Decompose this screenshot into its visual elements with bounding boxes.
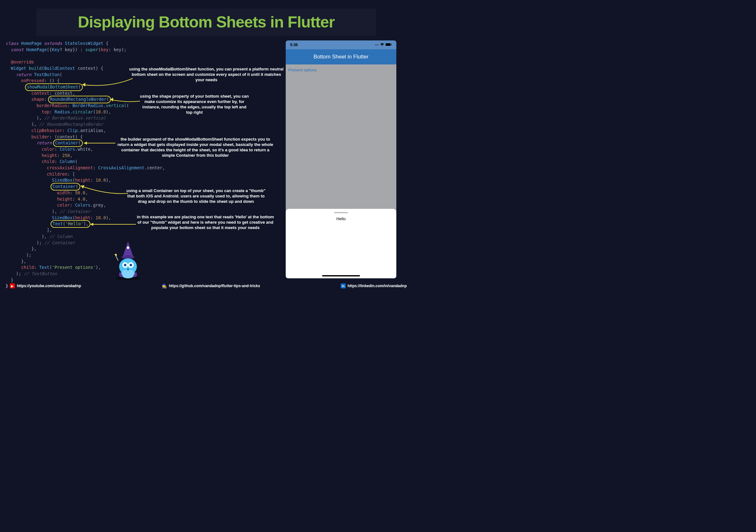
type-borderradius: BorderRadius: [72, 103, 103, 108]
highlight-text: Text('Hello'),: [51, 220, 91, 228]
linkedin-icon: in: [341, 283, 346, 288]
type-sizedbox2: SizedBox: [52, 215, 72, 220]
mascot-image: [114, 240, 142, 281]
wifi-icon: [380, 43, 384, 47]
param-color2: color: [57, 202, 70, 207]
title-bar: Displaying Bottom Sheets in Flutter: [36, 9, 376, 36]
phone-time: 5:36: [290, 43, 298, 47]
home-indicator: [322, 275, 360, 277]
github-link: https://github.com/vandadnp/flutter-tips…: [169, 284, 260, 288]
type-radius: Radius: [54, 109, 70, 114]
comment-container2: // Container: [44, 240, 75, 245]
param-borderradius: borderRadius: [37, 103, 68, 108]
arg-key: key: [114, 47, 121, 52]
arg-context: context: [54, 91, 72, 96]
val-grey: grey: [93, 202, 103, 207]
type-buildcontext: BuildContext: [44, 66, 75, 71]
annotation-2: using the shape property of your bottom …: [139, 93, 250, 115]
highlight-container1: Container(: [53, 139, 83, 147]
footer-linkedin[interactable]: in https://linkedin.com/in/vandadnp: [341, 283, 407, 288]
kw-const: const: [11, 47, 24, 52]
type-text: Text: [52, 221, 63, 226]
youtube-link: https://youtube.com/user/vandadnp: [17, 284, 81, 288]
comment-container: // Container: [60, 209, 91, 214]
type-colors: Colors: [60, 146, 75, 152]
param-context2: context: [31, 91, 49, 96]
val-antialias: antiAlias: [80, 128, 103, 133]
num-10b: 10.0: [96, 177, 106, 183]
param-top: top: [42, 109, 49, 114]
svg-rect-6: [391, 44, 392, 45]
comment-rrb: // RoundedRectangleBorder: [39, 121, 103, 127]
comment-column: // Column: [49, 234, 72, 239]
phone-appbar-title: Bottom Sheet in Flutter: [313, 54, 368, 60]
param-height4: height: [75, 215, 91, 220]
val-center: center: [147, 165, 162, 170]
param-height2: height: [75, 177, 91, 183]
cellular-icon: ⋯: [375, 43, 379, 47]
param-child: child: [42, 159, 55, 164]
num-10c: 10.0: [96, 215, 106, 220]
footer-github[interactable]: 🧙 https://github.com/vandadnp/flutter-ti…: [161, 283, 260, 288]
fn-vertical: vertical: [106, 103, 126, 108]
battery-icon: [386, 43, 392, 47]
param-height: height: [42, 153, 57, 158]
closure-context: context: [57, 134, 75, 139]
param-builder: builder: [31, 134, 49, 139]
type-widget: Widget: [11, 66, 26, 71]
num-50: 50.0: [75, 190, 85, 195]
num-250: 250: [62, 153, 70, 158]
youtube-icon: ▶: [10, 283, 15, 288]
fn-build: build: [29, 66, 42, 71]
param-shape: shape: [31, 97, 44, 102]
annotation-4: using a small Container on top of your s…: [126, 188, 265, 204]
comment-textbutton: // TextButton: [24, 271, 57, 276]
fn-circular: circular: [72, 109, 93, 114]
param-child2: child: [21, 265, 34, 270]
sheet-thumb[interactable]: [334, 212, 348, 213]
type-colors2: Colors: [75, 202, 91, 207]
linkedin-link: https://linkedin.com/in/vandadnp: [348, 284, 407, 288]
type-column: Column: [60, 159, 75, 164]
param-height3: height: [57, 197, 73, 201]
phone-status-icons: ⋯: [375, 43, 392, 47]
param-color: color: [42, 146, 55, 152]
param-key: key: [65, 47, 72, 52]
param-context: context: [78, 66, 96, 71]
comment-brv: // BorderRadius.vertical: [44, 115, 106, 120]
val-white: white: [78, 146, 91, 152]
phone-body: Present options: [286, 65, 396, 75]
present-options-button[interactable]: Present options: [288, 67, 317, 72]
highlight-showmodal: showModalBottomSheet(: [25, 83, 83, 91]
sheet-text: Hello: [336, 216, 346, 221]
phone-appbar: Bottom Sheet in Flutter: [286, 49, 396, 65]
kw-class: class: [6, 41, 19, 46]
svg-marker-17: [114, 254, 117, 256]
bottom-sheet[interactable]: Hello: [286, 209, 396, 278]
phone-mockup: 5:36 ⋯ Bottom Sheet in Flutter Present o…: [286, 40, 396, 278]
kw-super: super: [85, 47, 98, 52]
type-rrb: RoundedRectangleBorder: [50, 97, 106, 102]
type-container1: Container: [55, 140, 78, 145]
param-onpressed: onPressed: [21, 78, 44, 83]
type-container2: Container: [52, 184, 75, 189]
num-4: 4.0: [78, 197, 85, 201]
svg-point-15: [130, 264, 132, 266]
annotation-3: the builder argument of the showModalBot…: [115, 137, 276, 158]
param-caa: crossAxisAlignment: [47, 165, 93, 170]
type-statelesswidget: StatelessWidget: [65, 41, 103, 46]
footer: } ▶ https://youtube.com/user/vandadnp 🧙 …: [6, 283, 407, 288]
kw-return2: return: [37, 140, 52, 145]
str-hello: 'Hello': [66, 221, 83, 226]
svg-rect-5: [386, 43, 391, 46]
num-10: 10.0: [96, 109, 106, 114]
page-title: Displaying Bottom Sheets in Flutter: [43, 13, 370, 31]
annotation-5: in this example we are placing one text …: [136, 214, 275, 230]
annotation-override: @override: [11, 59, 34, 65]
type-caa: CrossAxisAlignment: [98, 165, 145, 170]
type-sizedbox1: SizedBox: [52, 177, 72, 183]
svg-point-8: [127, 247, 129, 249]
type-text2: Text: [39, 265, 50, 270]
phone-statusbar: 5:36 ⋯: [286, 40, 396, 49]
footer-youtube[interactable]: } ▶ https://youtube.com/user/vandadnp: [6, 283, 81, 288]
